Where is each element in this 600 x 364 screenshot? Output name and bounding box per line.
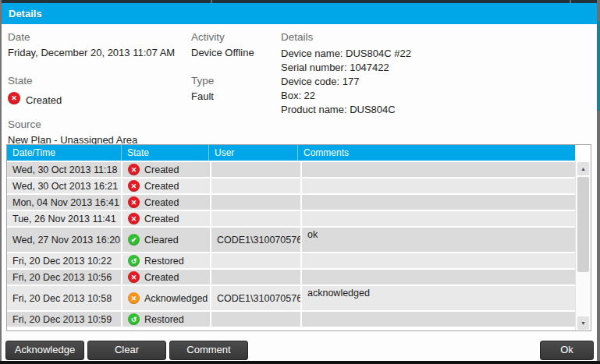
cell-datetime: Fri, 20 Dec 2013 10:22 — [7, 253, 121, 268]
top-edge-notch — [211, 0, 212, 3]
cell-state: ↺ Restored — [122, 253, 210, 268]
state-text: Created — [144, 181, 179, 192]
cell-state: ✕ Acknowledged — [122, 286, 210, 310]
table-row[interactable]: Fri, 20 Dec 2013 10:56 ✕ Created — [7, 270, 575, 284]
cell-state: ✕ Created — [122, 162, 210, 177]
state-value: Created — [26, 94, 62, 106]
activity-value: Device Offline — [191, 47, 277, 58]
info-column-left: Date Friday, December 20, 2013 11:07 AM … — [8, 31, 187, 154]
state-label: State — [8, 75, 187, 87]
state-text: Created — [144, 214, 179, 224]
comment-button[interactable]: Comment — [169, 341, 248, 360]
cell-datetime: Fri, 20 Dec 2013 10:58 — [7, 286, 121, 310]
window-top-edge — [0, 0, 600, 3]
window-bottom-edge — [0, 361, 600, 364]
top-edge-notch — [570, 0, 571, 3]
cell-user — [211, 195, 300, 210]
titlebar[interactable]: Details — [2, 3, 597, 24]
info-column-middle: Activity Device Offline Type Fault — [191, 31, 277, 110]
details-label: Details — [281, 31, 546, 43]
source-label: Source — [8, 118, 187, 130]
cell-user: CODE1\310070576 — [211, 286, 300, 310]
cell-user — [211, 312, 300, 327]
cleared-check-icon: ✔ — [128, 234, 140, 246]
cell-user: CODE1\310070576 — [211, 228, 300, 252]
table-row[interactable]: Fri, 20 Dec 2013 10:22 ↺ Restored — [7, 253, 575, 268]
cell-user — [211, 178, 300, 193]
details-dialog: Details Date Friday, December 20, 2013 1… — [0, 0, 600, 364]
cell-comment: ok — [302, 228, 575, 252]
cell-datetime: Mon, 04 Nov 2013 16:41 — [7, 195, 121, 210]
device-name-line: Device name: DUS804C #22 — [281, 47, 546, 61]
scroll-down-button[interactable]: ▼ — [577, 316, 589, 330]
scroll-up-button[interactable]: ▲ — [577, 162, 589, 175]
cell-comment — [302, 270, 575, 284]
state-text: Created — [144, 164, 179, 175]
device-code-line: Device code: 177 — [281, 75, 546, 89]
cell-state: ✕ Created — [122, 195, 210, 210]
table-row[interactable]: Wed, 27 Nov 2013 16:20 ✔ Cleared CODE1\3… — [7, 228, 575, 252]
cell-user — [211, 211, 300, 226]
cell-user — [211, 270, 300, 284]
window-right-edge — [597, 0, 600, 364]
table-row[interactable]: Wed, 30 Oct 2013 11:18 ✕ Created — [7, 162, 575, 177]
column-header-datetime[interactable]: Date/Time — [7, 145, 121, 161]
background-window-sliver — [597, 21, 600, 111]
info-column-details: Details Device name: DUS804C #22 Serial … — [281, 31, 546, 117]
cell-comment — [302, 312, 575, 327]
state-text: Created — [144, 197, 179, 208]
cell-comment — [302, 195, 575, 210]
cell-datetime: Tue, 26 Nov 2013 11:41 — [7, 211, 121, 226]
cell-user — [211, 253, 300, 268]
restored-arrow-icon: ↺ — [128, 313, 140, 325]
state-text: Restored — [144, 256, 184, 267]
restored-arrow-icon: ↺ — [128, 255, 140, 267]
history-table: Date/Time State User Comments Wed, 30 Oc… — [6, 144, 591, 331]
state-text: Cleared — [144, 235, 179, 246]
created-error-icon: ✕ — [128, 196, 140, 208]
created-error-icon: ✕ — [128, 213, 140, 224]
column-header-comments[interactable]: Comments — [297, 145, 575, 161]
column-header-user[interactable]: User — [208, 145, 297, 161]
cell-datetime: Fri, 20 Dec 2013 10:56 — [7, 270, 121, 284]
table-row[interactable]: Fri, 20 Dec 2013 10:58 ✕ Acknowledged CO… — [7, 286, 575, 310]
cell-comment — [302, 211, 575, 226]
created-error-icon: ✕ — [128, 164, 140, 175]
vertical-scrollbar[interactable]: ▲ ▼ — [575, 161, 591, 330]
table-header: Date/Time State User Comments — [7, 145, 575, 161]
cell-state: ↺ Restored — [122, 312, 210, 327]
scrollbar-thumb[interactable] — [577, 177, 589, 272]
type-value: Fault — [191, 90, 277, 102]
product-name-line: Product name: DUS804C — [281, 103, 546, 117]
table-rows: Wed, 30 Oct 2013 11:18 ✕ Created Wed, 30… — [7, 162, 575, 327]
acknowledge-button[interactable]: Acknowledge — [5, 341, 84, 360]
table-row[interactable]: Wed, 30 Oct 2013 16:21 ✕ Created — [7, 178, 575, 193]
acknowledged-icon: ✕ — [128, 292, 140, 304]
window-left-edge — [0, 0, 2, 364]
serial-number-line: Serial number: 1047422 — [281, 61, 546, 75]
date-label: Date — [8, 31, 187, 43]
cell-comment: acknowledged — [302, 286, 575, 310]
cell-state: ✕ Created — [122, 211, 210, 226]
created-error-icon: ✕ — [8, 92, 20, 104]
cell-state: ✕ Created — [122, 270, 210, 284]
cell-comment — [302, 162, 575, 177]
table-row[interactable]: Tue, 26 Nov 2013 11:41 ✕ Created — [7, 211, 575, 226]
cell-state: ✔ Cleared — [122, 228, 210, 252]
cell-comment — [302, 253, 575, 268]
cell-datetime: Wed, 27 Nov 2013 16:20 — [7, 228, 121, 252]
table-row[interactable]: Fri, 20 Dec 2013 10:59 ↺ Restored — [7, 312, 575, 327]
cell-comment — [302, 178, 575, 193]
type-label: Type — [191, 75, 277, 87]
cell-datetime: Wed, 30 Oct 2013 11:18 — [7, 162, 121, 177]
cell-state: ✕ Created — [122, 178, 210, 193]
date-value: Friday, December 20, 2013 11:07 AM — [8, 47, 187, 58]
ok-button[interactable]: Ok — [540, 341, 594, 360]
state-text: Restored — [144, 314, 184, 325]
cell-datetime: Wed, 30 Oct 2013 16:21 — [7, 178, 121, 193]
clear-button[interactable]: Clear — [87, 341, 166, 360]
cell-datetime: Fri, 20 Dec 2013 10:59 — [7, 312, 121, 327]
state-text: Acknowledged — [144, 293, 208, 304]
column-header-state[interactable]: State — [121, 145, 208, 161]
table-row[interactable]: Mon, 04 Nov 2013 16:41 ✕ Created — [7, 195, 575, 210]
